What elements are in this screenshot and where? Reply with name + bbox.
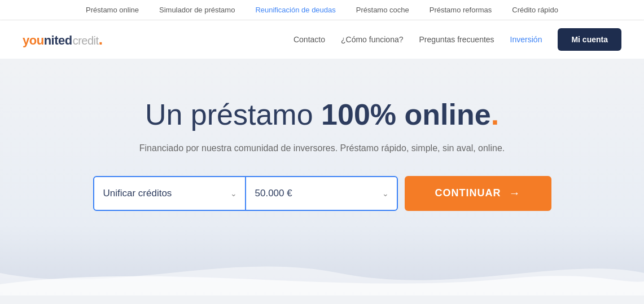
top-navigation: Préstamo online Simulador de préstamo Re… bbox=[0, 0, 644, 20]
mi-cuenta-button[interactable]: Mi cuenta bbox=[558, 28, 621, 51]
continuar-button[interactable]: CONTINUAR → bbox=[405, 176, 551, 211]
hero-form: Unificar créditos Préstamo personal Prés… bbox=[93, 176, 551, 211]
arrow-right-icon: → bbox=[509, 187, 521, 200]
hero-title-dot: . bbox=[491, 98, 499, 131]
logo-dot: . bbox=[99, 32, 103, 47]
nav-inversion[interactable]: Inversión bbox=[510, 35, 542, 44]
top-nav-prestamo-reformas[interactable]: Préstamo reformas bbox=[430, 6, 492, 14]
hero-section: Un préstamo 100% online. Financiado por … bbox=[0, 59, 644, 296]
nav-como-funciona[interactable]: ¿Cómo funciona? bbox=[341, 35, 404, 44]
logo-you: you bbox=[23, 33, 44, 48]
top-nav-prestamo-coche[interactable]: Préstamo coche bbox=[356, 6, 409, 14]
hero-title-part1: Un préstamo bbox=[145, 98, 321, 131]
top-nav-prestamo-online[interactable]: Préstamo online bbox=[86, 6, 139, 14]
logo-credit: credit bbox=[73, 34, 99, 47]
top-nav-simulador[interactable]: Simulador de préstamo bbox=[159, 6, 235, 14]
logo-nited: nited bbox=[44, 33, 72, 48]
continuar-label: CONTINUAR bbox=[435, 187, 501, 199]
hero-title: Un préstamo 100% online. bbox=[145, 98, 499, 132]
nav-preguntas-frecuentes[interactable]: Preguntas frecuentes bbox=[419, 35, 494, 44]
hero-subtitle: Financiado por nuestra comunidad de inve… bbox=[139, 143, 505, 153]
top-nav-credito-rapido[interactable]: Crédito rápido bbox=[512, 6, 558, 14]
nav-contacto[interactable]: Contacto bbox=[293, 35, 325, 44]
logo[interactable]: younited credit. bbox=[23, 32, 103, 48]
loan-amount-wrapper: 50.000 € 10.000 € 20.000 € 30.000 € 40.0… bbox=[246, 176, 398, 211]
hero-wave-decoration bbox=[0, 239, 644, 296]
loan-amount-select[interactable]: 50.000 € 10.000 € 20.000 € 30.000 € 40.0… bbox=[255, 188, 388, 199]
top-nav-reunificacion[interactable]: Reunificación de deudas bbox=[255, 6, 335, 14]
hero-title-bold: 100% online bbox=[321, 98, 491, 131]
main-nav-links: Contacto ¿Cómo funciona? Preguntas frecu… bbox=[293, 28, 621, 51]
loan-type-wrapper: Unificar créditos Préstamo personal Prés… bbox=[93, 176, 246, 211]
loan-type-select[interactable]: Unificar créditos Préstamo personal Prés… bbox=[103, 188, 236, 199]
main-header: younited credit. Contacto ¿Cómo funciona… bbox=[0, 20, 644, 59]
